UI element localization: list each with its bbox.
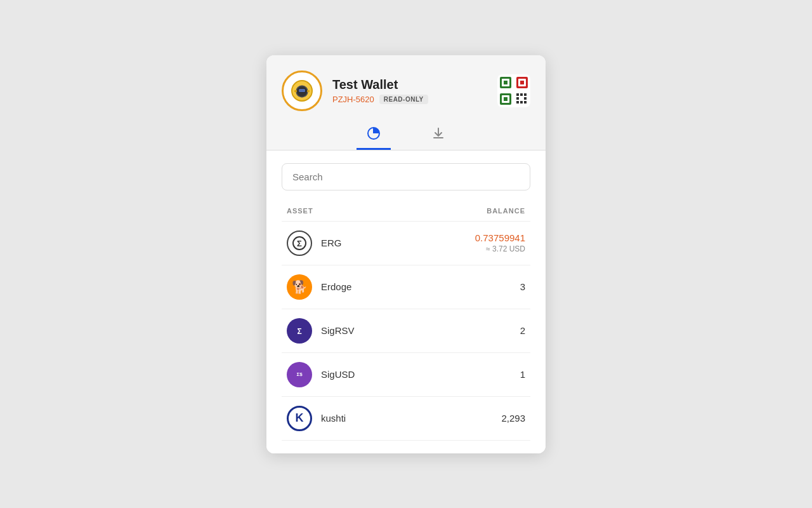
svg-rect-21	[520, 101, 523, 104]
search-input[interactable]	[282, 163, 530, 190]
wallet-id: PZJH-5620	[332, 95, 374, 104]
table-row[interactable]: Σ ERG 0.73759941 ≈ 3.72 USD	[282, 222, 530, 265]
wallet-header: Test Wallet PZJH-5620 READ-ONLY	[266, 55, 546, 111]
asset-balance-kushti: 2,293	[501, 413, 525, 424]
svg-rect-23	[524, 101, 527, 104]
wallet-card: Test Wallet PZJH-5620 READ-ONLY	[266, 55, 546, 453]
table-row[interactable]: K kushti 2,293	[282, 397, 530, 441]
qr-svg	[497, 74, 530, 107]
tab-portfolio[interactable]	[357, 121, 391, 150]
kushti-balance: 2,293	[501, 413, 525, 424]
read-only-badge: READ-ONLY	[379, 95, 428, 104]
receive-icon	[431, 126, 445, 140]
diver-helmet-icon	[290, 79, 314, 103]
kushti-icon: K	[287, 406, 312, 431]
erg-logo: Σ	[292, 236, 307, 251]
erg-balance-primary: 0.73759941	[475, 232, 525, 243]
asset-name-erg: ERG	[321, 237, 475, 248]
table-row[interactable]: Σ$ SigUSD 1	[282, 353, 530, 397]
sigusd-balance: 1	[520, 369, 525, 380]
main-content: ASSET BALANCE Σ ERG 0.73759941 ≈ 3.72 US…	[266, 150, 546, 453]
svg-rect-20	[524, 97, 527, 100]
col-asset-label: ASSET	[287, 207, 313, 215]
qr-code-icon[interactable]	[497, 74, 530, 107]
svg-rect-9	[504, 81, 508, 84]
sigrsv-logo: Σ	[292, 324, 306, 338]
svg-text:Σ: Σ	[297, 326, 301, 335]
asset-balance-erg: 0.73759941 ≈ 3.72 USD	[475, 232, 525, 253]
table-row[interactable]: Σ SigRSV 2	[282, 309, 530, 353]
tab-receive[interactable]	[421, 121, 455, 150]
svg-rect-15	[504, 97, 508, 101]
col-balance-label: BALANCE	[487, 207, 525, 215]
tab-bar	[266, 111, 546, 150]
svg-text:Σ: Σ	[297, 239, 302, 248]
wallet-info: Test Wallet PZJH-5620 READ-ONLY	[332, 77, 487, 104]
table-row[interactable]: 🐕 Erdoge 3	[282, 265, 530, 309]
asset-balance-sigusd: 1	[520, 369, 525, 380]
svg-rect-19	[516, 97, 519, 100]
assets-table: ASSET BALANCE Σ ERG 0.73759941 ≈ 3.72 US…	[282, 203, 530, 441]
asset-balance-sigrsv: 2	[520, 325, 525, 337]
wallet-avatar	[282, 70, 322, 111]
erdoge-icon: 🐕	[287, 274, 312, 300]
sigrsv-icon: Σ	[287, 318, 312, 344]
asset-name-sigrsv: SigRSV	[321, 325, 520, 336]
erdoge-balance: 3	[520, 281, 525, 292]
asset-balance-erdoge: 3	[520, 281, 525, 293]
svg-rect-12	[520, 81, 524, 84]
svg-rect-17	[520, 93, 523, 96]
asset-name-sigusd: SigUSD	[321, 369, 520, 380]
sigusd-logo: Σ$	[292, 368, 306, 382]
pie-chart-icon	[367, 126, 381, 140]
wallet-name: Test Wallet	[332, 77, 487, 92]
svg-text:Σ$: Σ$	[296, 371, 303, 377]
svg-rect-18	[524, 93, 527, 96]
erg-balance-usd: ≈ 3.72 USD	[475, 244, 525, 253]
sigrsv-balance: 2	[520, 325, 525, 336]
table-header: ASSET BALANCE	[282, 203, 530, 222]
asset-name-erdoge: Erdoge	[321, 281, 520, 292]
svg-rect-16	[516, 93, 519, 96]
asset-name-kushti: kushti	[321, 413, 501, 424]
svg-rect-3	[299, 89, 305, 92]
svg-rect-4	[294, 90, 297, 92]
wallet-meta: PZJH-5620 READ-ONLY	[332, 95, 487, 104]
svg-rect-5	[307, 90, 310, 92]
sigusd-icon: Σ$	[287, 362, 312, 387]
svg-rect-22	[516, 101, 519, 104]
erg-icon: Σ	[287, 231, 312, 256]
